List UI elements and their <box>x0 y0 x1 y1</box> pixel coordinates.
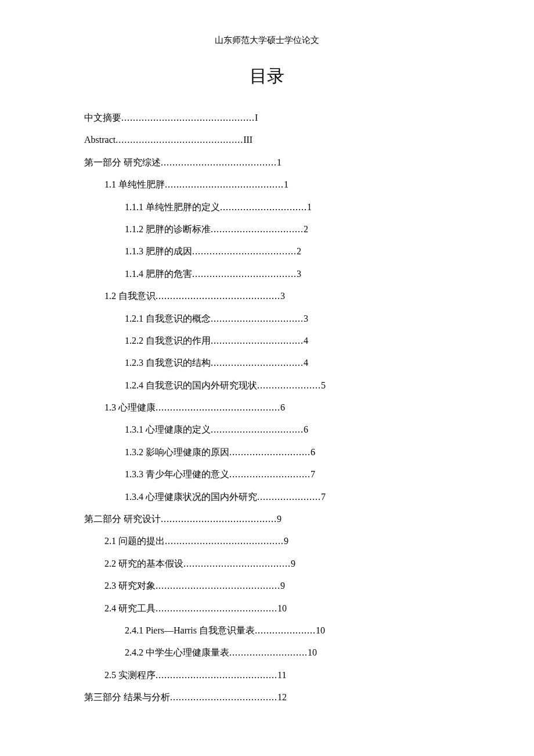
toc-entry: 1.1.4 肥胖的危害 ............................… <box>125 268 450 280</box>
toc-entry-leader: .............................. <box>220 201 307 214</box>
toc-entry: 1.2.3 自我意识的结构 ..........................… <box>125 357 450 369</box>
toc-entry-page: 11 <box>277 669 286 682</box>
toc-entry-label: 1.2 自我意识 <box>104 290 156 303</box>
toc-entry-page: 3 <box>297 268 301 280</box>
toc-entry-label: 1.3.1 心理健康的定义 <box>125 423 211 436</box>
toc-entry-page: 3 <box>304 312 308 325</box>
toc-entry-label: 2.4.1 Piers—Harris 自我意识量表 <box>125 624 255 637</box>
toc-entry-label: 1.1.1 单纯性肥胖的定义 <box>125 201 220 214</box>
toc-entry-page: 2 <box>304 223 308 236</box>
toc-entry: 2.4.2 中学生心理健康量表 ........................… <box>125 646 450 659</box>
toc-entry: 第三部分 结果与分析 .............................… <box>84 691 450 704</box>
toc-entry: 1.2.1 自我意识的概念 ..........................… <box>125 312 450 325</box>
toc-entry-leader: ........................................… <box>156 602 277 615</box>
toc-entry-leader: ..................................... <box>183 557 291 570</box>
toc-entry-page: 10 <box>316 624 325 637</box>
toc-entry: 1.1.3 肥胖的成因 ............................… <box>125 245 450 258</box>
toc-entry-leader: ..................... <box>255 624 316 637</box>
toc-entry-leader: ........................................ <box>161 156 277 169</box>
toc-entry-label: 中文摘要 <box>84 111 121 124</box>
toc-entry-leader: ........................................… <box>165 178 284 191</box>
toc-entry-page: 9 <box>284 535 288 548</box>
toc-entry: 2.2 研究的基本假设 ............................… <box>104 557 450 570</box>
toc-entry-label: 1.2.1 自我意识的概念 <box>125 312 211 325</box>
toc-entry-label: 2.4.2 中学生心理健康量表 <box>125 646 229 659</box>
toc-entry: 第一部分 研究综述 ..............................… <box>84 156 450 169</box>
toc-entry-leader: ............................ <box>229 446 311 459</box>
toc-entry-label: 第二部分 研究设计 <box>84 513 161 525</box>
toc-entry: 1.2 自我意识................................… <box>104 290 450 303</box>
toc-entry-leader: ........................................ <box>161 513 277 525</box>
toc-entry-leader: ................................ <box>211 312 304 325</box>
toc-entry-leader: ...................... <box>257 379 321 392</box>
toc-entry-leader: ................................ <box>211 423 304 436</box>
toc-entry-page: 10 <box>277 602 287 615</box>
toc-entry-label: 1.2.2 自我意识的作用 <box>125 334 211 347</box>
toc-entry-leader: ................................ <box>211 334 304 347</box>
toc-entry-page: I <box>255 111 258 124</box>
toc-entry-page: 9 <box>280 579 285 592</box>
toc-entry-page: 9 <box>277 513 282 525</box>
toc-entry-page: 3 <box>280 290 285 303</box>
table-of-contents: 中文摘要 ...................................… <box>84 111 450 704</box>
toc-entry-label: 1.1 单纯性肥胖 <box>104 178 165 191</box>
toc-title: 目录 <box>0 64 534 88</box>
toc-entry-label: 1.3.2 影响心理健康的原因 <box>125 446 229 459</box>
toc-entry-label: 1.2.3 自我意识的结构 <box>125 357 211 369</box>
toc-entry: 2.1 问题的提出...............................… <box>104 535 450 548</box>
toc-entry-label: 2.1 问题的提出 <box>104 535 165 548</box>
toc-entry-label: 1.3 心理健康 <box>104 401 156 414</box>
toc-entry-page: 6 <box>311 446 315 459</box>
toc-entry-page: III <box>243 134 252 146</box>
toc-entry-page: 12 <box>277 691 287 704</box>
toc-entry: 1.3.4 心理健康状况的国内外研究 .....................… <box>125 491 450 503</box>
toc-entry-leader: ...................... <box>257 491 321 503</box>
toc-entry: 1.2.4 自我意识的国内外研究现状 .....................… <box>125 379 450 392</box>
toc-entry: 1.1 单纯性肥胖 ..............................… <box>104 178 450 191</box>
toc-entry-label: 第三部分 结果与分析 <box>84 691 170 704</box>
toc-entry-page: 7 <box>311 468 315 481</box>
toc-entry: 1.2.2 自我意识的作用 ..........................… <box>125 334 450 347</box>
toc-entry: 1.1.2 肥胖的诊断标准 ..........................… <box>125 223 450 236</box>
toc-entry-leader: ........................................… <box>156 401 280 414</box>
toc-entry-page: 9 <box>291 557 295 570</box>
toc-entry: 1.1.1 单纯性肥胖的定义 .........................… <box>125 201 450 214</box>
toc-entry: 1.3 心理健康................................… <box>104 401 450 414</box>
toc-entry-page: 2 <box>297 245 301 258</box>
toc-entry: 2.5 实测程序 ...............................… <box>104 669 450 682</box>
toc-entry-page: 1 <box>307 201 312 214</box>
toc-entry-page: 1 <box>277 156 282 169</box>
toc-entry-page: 6 <box>280 401 285 414</box>
toc-entry-label: 1.1.3 肥胖的成因 <box>125 245 192 258</box>
toc-entry-leader: .................................... <box>192 268 297 280</box>
toc-entry-page: 4 <box>304 357 308 369</box>
toc-entry-leader: ........................................… <box>156 669 277 682</box>
toc-entry: 1.3.3 青少年心理健的意义 ........................… <box>125 468 450 481</box>
toc-entry: 1.3.2 影响心理健康的原因.........................… <box>125 446 450 459</box>
toc-entry-label: 1.2.4 自我意识的国内外研究现状 <box>125 379 257 392</box>
toc-entry: 2.4.1 Piers—Harris 自我意识量表 ..............… <box>125 624 450 637</box>
toc-entry-leader: .................................... <box>192 245 297 258</box>
toc-entry-label: 1.1.4 肥胖的危害 <box>125 268 192 280</box>
toc-entry: 2.3 研究对象 ...............................… <box>104 579 450 592</box>
toc-entry-page: 6 <box>304 423 308 436</box>
toc-entry-label: 2.5 实测程序 <box>104 669 156 682</box>
toc-entry-leader: ........................................… <box>156 290 280 303</box>
toc-entry-leader: ................................ <box>211 357 304 369</box>
toc-entry: 第二部分 研究设计 ..............................… <box>84 513 450 525</box>
toc-entry: 2.4 研究工具 ...............................… <box>104 602 450 615</box>
toc-entry-page: 1 <box>284 178 288 191</box>
toc-entry-label: Abstract <box>84 134 116 146</box>
toc-entry-leader: ................................ <box>211 223 304 236</box>
toc-entry-leader: ............................ <box>229 468 311 481</box>
toc-entry: Abstract ...............................… <box>84 134 450 146</box>
toc-entry-page: 5 <box>321 379 326 392</box>
toc-entry-leader: ........................................… <box>156 579 280 592</box>
toc-entry-page: 7 <box>321 491 326 503</box>
toc-entry-label: 第一部分 研究综述 <box>84 156 161 169</box>
toc-entry-label: 1.1.2 肥胖的诊断标准 <box>125 223 211 236</box>
toc-entry-leader: ........................................… <box>165 535 284 548</box>
toc-entry-leader: ........................................… <box>116 134 243 146</box>
toc-entry-leader: ........................................… <box>121 111 255 124</box>
toc-entry-label: 2.3 研究对象 <box>104 579 156 592</box>
